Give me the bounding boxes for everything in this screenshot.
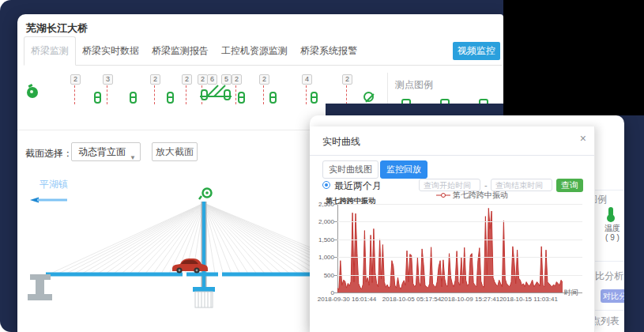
chart-area: 时间 2,5002,0001,5001,00050002018-09-30 16… xyxy=(310,204,595,311)
page-title: 芜湖长江大桥 xyxy=(26,21,88,36)
vibration-series-plot xyxy=(337,204,563,292)
sensor-marker-line xyxy=(186,85,186,104)
divider xyxy=(595,190,624,191)
divider xyxy=(595,310,624,311)
compare-button[interactable]: 对比分析 xyxy=(601,289,624,303)
y-axis-tick xyxy=(334,292,337,293)
y-axis-tick xyxy=(334,221,337,222)
temperature-label: 温度 xyxy=(599,223,624,234)
tab-ipc-resource[interactable]: 工控机资源监测 xyxy=(215,37,294,65)
sensor-marker-line xyxy=(235,85,236,104)
tab-realtime-curve[interactable]: 实时曲线图 xyxy=(322,160,378,179)
legend-label: 第七跨跨中振动 xyxy=(453,190,508,201)
chevron-down-icon: ▼ xyxy=(130,149,136,167)
sensor-count-badge: 5 xyxy=(221,74,232,85)
query-button[interactable]: 查询 xyxy=(556,179,583,192)
tab-monitor-report[interactable]: 桥梁监测报告 xyxy=(145,37,215,65)
prohibited-icon[interactable] xyxy=(363,92,374,102)
realtime-curve-dialog: 实时曲线 × 实时曲线图 监控回放 最近两个月 - 查询 第七跨跨中振动 第七跨… xyxy=(310,126,595,332)
black-panel xyxy=(503,0,644,115)
x-axis-label: 2018-10-09 15:27:41 xyxy=(440,296,500,303)
y-axis-label: 2,500 xyxy=(310,201,334,208)
y-axis-tick xyxy=(334,275,337,276)
divider xyxy=(310,155,594,156)
y-axis-label: 1,000 xyxy=(310,254,334,261)
camera-icon xyxy=(199,189,212,200)
link-icon[interactable] xyxy=(167,92,174,104)
x-axis-label: 2018-10-15 11:03:41 xyxy=(499,296,559,303)
section-select-value: 动态背立面 xyxy=(78,146,126,157)
gridline xyxy=(337,240,582,240)
gridline xyxy=(337,292,582,293)
sensor-marker-line xyxy=(74,85,75,104)
sensor-marker-line xyxy=(263,85,264,104)
thermometer-icon[interactable] xyxy=(608,207,613,217)
sensor-count-badge: 2 xyxy=(70,74,81,85)
divider xyxy=(595,261,624,262)
gridline xyxy=(337,204,582,205)
sensor-count-badge: 4 xyxy=(302,74,312,85)
sensor-marker-line xyxy=(346,85,347,104)
y-axis-tick xyxy=(334,240,337,240)
sensor-count-badge: 2 xyxy=(342,74,352,85)
radio-last-two-months[interactable] xyxy=(322,181,330,189)
modal-screenshot-card: 测点图例 温度 ( 9 ) 对比分析 对比分析 测点列表 实时曲线 × 实时曲线… xyxy=(310,115,624,332)
sensor-count-badge: 2 xyxy=(232,74,242,85)
sensor-count-badge: 3 xyxy=(103,74,113,85)
main-tabbar: 桥梁监测 桥梁实时数据 桥梁监测报告 工控机资源监测 桥梁系统报警 xyxy=(24,39,502,66)
radio-label: 最近两个月 xyxy=(334,179,382,193)
x-axis-label: 2018-09-30 16:01:44 xyxy=(317,296,377,303)
gridline xyxy=(337,257,582,258)
y-axis-label: 500 xyxy=(310,272,334,279)
link-icon[interactable] xyxy=(269,92,277,104)
timer-icon[interactable] xyxy=(27,87,38,98)
temperature-count: ( 9 ) xyxy=(599,233,624,242)
tab-system-alarm[interactable]: 桥梁系统报警 xyxy=(294,37,363,65)
x-axis-label: 2018-10-05 05:17:54 xyxy=(382,296,442,303)
sensor-count-badge: 2 xyxy=(150,74,160,85)
section-select[interactable]: 动态背立面 ▼ xyxy=(71,142,141,161)
video-monitor-button[interactable]: 视频监控 xyxy=(453,42,500,60)
close-icon[interactable]: × xyxy=(580,133,586,144)
y-axis-label: 2,000 xyxy=(310,218,334,225)
link-icon[interactable] xyxy=(94,92,101,104)
page-background: 芜湖长江大桥 桥梁监测 桥梁实时数据 桥梁监测报告 工控机资源监测 桥梁系统报警… xyxy=(0,0,644,332)
gridline xyxy=(337,275,582,276)
sensor-marker-line xyxy=(154,85,155,104)
tab-bridge-monitor[interactable]: 桥梁监测 xyxy=(24,36,76,66)
section-select-label: 截面选择： xyxy=(25,147,73,160)
y-axis-tick xyxy=(334,204,337,205)
enlarge-section-button[interactable]: 放大截面 xyxy=(152,142,198,161)
link-icon[interactable] xyxy=(238,92,245,104)
link-icon[interactable] xyxy=(130,92,137,104)
legend-panel-title: 测点图例 xyxy=(395,78,433,92)
dialog-title: 实时曲线 xyxy=(322,135,360,149)
tab-realtime-data[interactable]: 桥梁实时数据 xyxy=(76,37,145,65)
link-icon[interactable] xyxy=(311,92,318,104)
range-separator: - xyxy=(484,180,488,190)
y-axis-label: 1,500 xyxy=(310,236,334,243)
chart-legend[interactable]: 第七跨跨中振动 xyxy=(436,190,508,201)
y-axis-tick xyxy=(334,257,337,258)
divider xyxy=(387,73,388,108)
tab-monitor-playback[interactable]: 监控回放 xyxy=(380,160,427,179)
sensor-count-badge: 6 xyxy=(207,74,217,85)
sensor-count-badge: 2 xyxy=(182,74,192,85)
sensor-count-badge: 2 xyxy=(259,74,269,85)
legend-marker-icon xyxy=(436,192,450,198)
dialog-tabbar: 实时曲线图 监控回放 xyxy=(322,160,427,179)
sensor-marker-line xyxy=(306,85,307,104)
gridline xyxy=(337,221,582,222)
sensor-marker-line xyxy=(107,85,107,104)
